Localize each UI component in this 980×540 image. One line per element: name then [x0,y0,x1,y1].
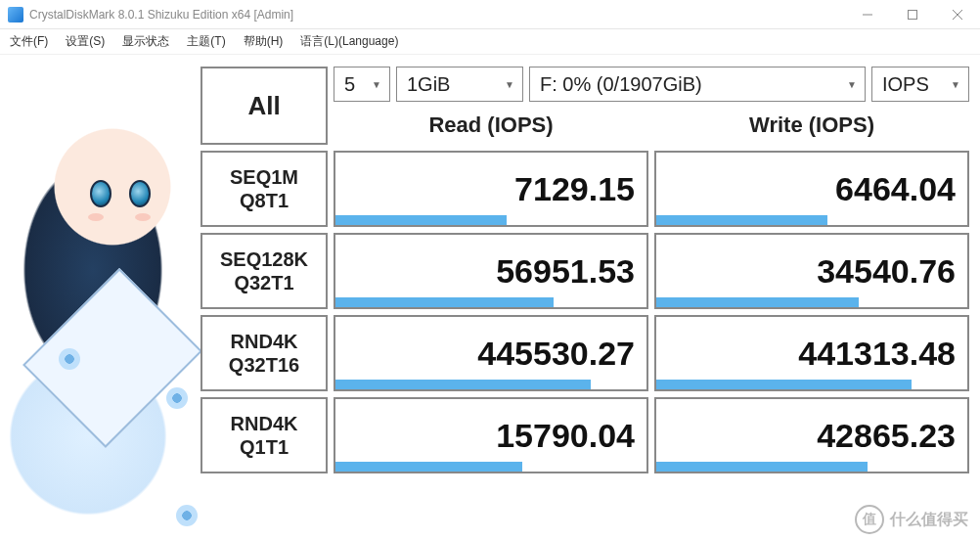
menu-language[interactable]: 语言(L)(Language) [300,33,398,50]
read-cell: 445530.27 [334,315,648,391]
test-row: SEQ128K Q32T1 56951.53 34540.76 [200,233,969,309]
read-header: Read (IOPS) [334,106,648,145]
client-area: All 5 ▼ 1GiB ▼ F: 0% (0/1907GiB) ▼ [0,55,980,540]
read-value: 7129.15 [514,170,635,208]
window-controls [845,0,980,29]
test-size-value: 1GiB [407,73,450,96]
write-cell: 42865.23 [654,397,969,473]
controls-column: 5 ▼ 1GiB ▼ F: 0% (0/1907GiB) ▼ IOPS ▼ [334,67,969,145]
test-count-select[interactable]: 5 ▼ [334,67,390,102]
app-icon [8,7,23,22]
test-count-value: 5 [344,73,355,96]
test-row: RND4K Q1T1 15790.04 42865.23 [200,397,969,473]
maximize-button[interactable] [890,0,935,29]
test-label-line2: Q1T1 [240,435,289,459]
test-label-line1: RND4K [231,412,298,435]
mode-value: IOPS [882,73,929,96]
menu-help[interactable]: 帮助(H) [244,33,284,50]
test-button-rnd4k-q32t16[interactable]: RND4K Q32T16 [200,315,328,391]
read-cell: 7129.15 [334,151,648,227]
test-label-line1: SEQ128K [220,248,308,271]
menu-settings[interactable]: 设置(S) [66,33,105,50]
read-bar [335,297,554,307]
read-value: 15790.04 [496,417,635,455]
all-button-label: All [247,91,280,121]
test-label-line2: Q8T1 [240,189,289,212]
watermark-badge: 值 [855,505,884,534]
benchmark-panel: All 5 ▼ 1GiB ▼ F: 0% (0/1907GiB) ▼ [200,67,969,473]
test-button-seq1m-q8t1[interactable]: SEQ1M Q8T1 [200,151,328,227]
write-bar [656,215,827,225]
drive-value: F: 0% (0/1907GiB) [540,73,702,96]
menu-theme[interactable]: 主题(T) [187,33,225,50]
write-value: 42865.23 [817,417,956,455]
svg-rect-1 [909,10,917,19]
test-label-line1: RND4K [231,330,298,353]
read-bar [335,215,507,225]
test-label-line2: Q32T16 [229,353,299,377]
all-button[interactable]: All [200,67,328,145]
shizuku-character [0,55,205,540]
write-value: 441313.48 [798,335,956,373]
chevron-down-icon: ▼ [505,79,514,90]
test-label-line1: SEQ1M [230,165,298,189]
write-bar [656,462,868,472]
test-button-seq128k-q32t1[interactable]: SEQ128K Q32T1 [200,233,328,309]
chevron-down-icon: ▼ [847,79,857,90]
read-cell: 56951.53 [334,233,648,309]
titlebar: CrystalDiskMark 8.0.1 Shizuku Edition x6… [0,0,980,29]
write-value: 6464.04 [835,170,956,208]
selectors-row: 5 ▼ 1GiB ▼ F: 0% (0/1907GiB) ▼ IOPS ▼ [334,67,969,102]
close-button[interactable] [935,0,980,29]
window-title: CrystalDiskMark 8.0.1 Shizuku Edition x6… [29,8,293,22]
read-cell: 15790.04 [334,397,648,473]
read-bar [335,380,591,389]
menu-display[interactable]: 显示状态 [122,33,169,50]
test-label-line2: Q32T1 [234,271,293,294]
read-value: 445530.27 [477,335,635,373]
write-bar [656,380,912,389]
watermark: 值 什么值得买 [855,505,968,534]
menubar: 文件(F) 设置(S) 显示状态 主题(T) 帮助(H) 语言(L)(Langu… [0,29,980,55]
chevron-down-icon: ▼ [372,79,381,90]
write-cell: 34540.76 [654,233,969,309]
menu-file[interactable]: 文件(F) [10,33,48,50]
write-bar [656,297,859,307]
top-row: All 5 ▼ 1GiB ▼ F: 0% (0/1907GiB) ▼ [200,67,969,145]
test-row: SEQ1M Q8T1 7129.15 6464.04 [200,151,969,227]
chevron-down-icon: ▼ [951,79,960,90]
write-header: Write (IOPS) [654,106,969,145]
write-value: 34540.76 [817,252,956,291]
write-cell: 441313.48 [654,315,969,391]
minimize-button[interactable] [845,0,890,29]
test-size-select[interactable]: 1GiB ▼ [396,67,523,102]
read-bar [335,462,522,472]
test-row: RND4K Q32T16 445530.27 441313.48 [200,315,969,391]
test-button-rnd4k-q1t1[interactable]: RND4K Q1T1 [200,397,328,473]
watermark-text: 什么值得买 [890,510,968,530]
header-row: Read (IOPS) Write (IOPS) [334,106,969,145]
drive-select[interactable]: F: 0% (0/1907GiB) ▼ [529,67,866,102]
read-value: 56951.53 [496,252,635,291]
write-cell: 6464.04 [654,151,969,227]
mode-select[interactable]: IOPS ▼ [871,67,969,102]
